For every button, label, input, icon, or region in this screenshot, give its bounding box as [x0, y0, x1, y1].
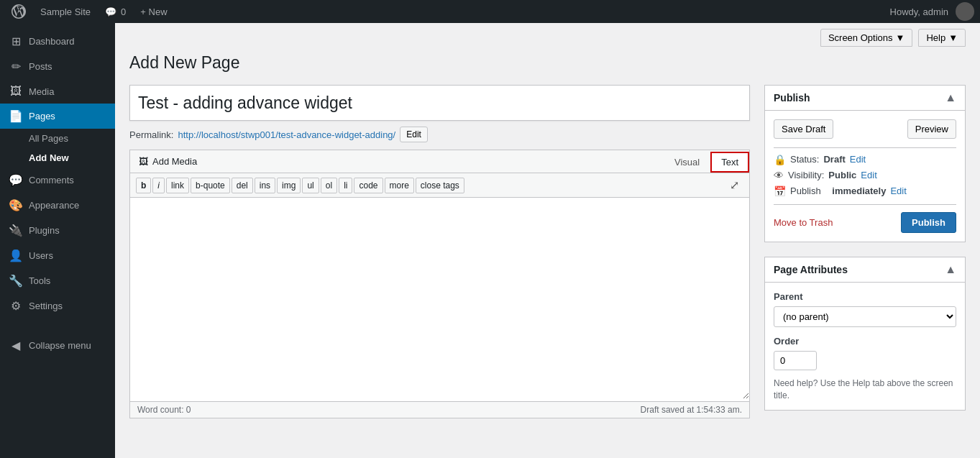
sidebar-subitem-add-new[interactable]: Add New	[0, 148, 115, 168]
content-textarea[interactable]	[130, 198, 749, 399]
adminbar-left: Sample Site 💬 0 + New	[6, 0, 173, 23]
order-input[interactable]	[774, 351, 817, 370]
save-draft-button[interactable]: Save Draft	[774, 119, 833, 139]
publish-box-toggle[interactable]: ▲	[945, 91, 956, 104]
pages-icon: 📄	[9, 109, 23, 123]
status-value: Draft	[823, 154, 845, 165]
sidebar-subitem-all-pages[interactable]: All Pages	[0, 129, 115, 148]
publish-box-inside: Save Draft Preview 🔒 Status: Draft Edit	[765, 111, 965, 242]
visibility-row: 👁 Visibility: Public Edit	[774, 170, 956, 181]
toolbar-li[interactable]: li	[339, 178, 352, 193]
howdy-text: Howdy, admin	[890, 6, 948, 17]
content-wrap: Add New Page Permalink: http://localhost…	[129, 52, 966, 425]
sidebar-item-pages[interactable]: 📄 Pages	[0, 104, 115, 129]
editor-tools-bar: 🖼 Add Media Visual Text	[129, 150, 750, 173]
site-name-item[interactable]: Sample Site	[35, 0, 96, 23]
sidebar-item-dashboard[interactable]: ⊞ Dashboard	[0, 29, 115, 54]
sidebar-collapse-menu[interactable]: ◀ Collapse menu	[0, 333, 115, 358]
top-bar: Screen Options ▼ Help ▼	[129, 23, 966, 52]
help-chevron: ▼	[948, 32, 958, 43]
toolbar-del[interactable]: del	[232, 178, 253, 193]
page-attributes-toggle[interactable]: ▲	[945, 263, 956, 276]
help-button[interactable]: Help ▼	[918, 29, 966, 47]
wp-logo-item[interactable]	[6, 0, 32, 23]
screen-options-button[interactable]: Screen Options ▼	[820, 29, 912, 47]
toolbar-ul[interactable]: ul	[302, 178, 319, 193]
toolbar-close-tags[interactable]: close tags	[416, 178, 464, 193]
post-body-content: Permalink: http://localhost/stwp001/test…	[129, 85, 750, 418]
attributes-help-text: Need help? Use the Help tab above the sc…	[774, 377, 956, 402]
sidebar-collapse-label: Collapse menu	[29, 340, 91, 351]
toolbar-bold[interactable]: b	[136, 178, 151, 193]
permalink-edit-button[interactable]: Edit	[400, 127, 428, 142]
sidebar-item-posts[interactable]: ✏ Posts	[0, 54, 115, 79]
page-attributes-box: Page Attributes ▲ Parent (no parent) Ord…	[764, 257, 966, 411]
tab-text[interactable]: Text	[710, 152, 749, 173]
sidebar-label-pages: Pages	[29, 111, 55, 122]
sidebar-item-users[interactable]: 👤 Users	[0, 243, 115, 268]
sidebar-label-media: Media	[29, 86, 54, 97]
page-attributes-inside: Parent (no parent) Order Need help? Use …	[765, 283, 965, 411]
visibility-edit-link[interactable]: Edit	[861, 170, 876, 180]
publish-box-header[interactable]: Publish ▲	[765, 86, 965, 111]
add-media-label: Add Media	[152, 156, 197, 167]
sidebar-item-media[interactable]: 🖼 Media	[0, 79, 115, 104]
new-content-label: + New	[140, 6, 167, 17]
publish-box: Publish ▲ Save Draft Preview 🔒 St	[764, 85, 966, 242]
toolbar-link[interactable]: link	[166, 178, 189, 193]
editor-container	[129, 197, 750, 402]
post-status-bar: Word count: 0 Draft saved at 1:54:33 am.	[129, 402, 750, 418]
comments-icon: 💬	[105, 6, 116, 17]
status-edit-link[interactable]: Edit	[850, 154, 866, 165]
toolbar-bquote[interactable]: b-quote	[191, 178, 230, 193]
permalink-label: Permalink:	[129, 129, 173, 140]
sidebar-item-settings[interactable]: ⚙ Settings	[0, 293, 115, 319]
collapse-icon: ◀	[9, 339, 23, 352]
status-icon: 🔒	[774, 154, 786, 165]
publish-actions: Save Draft Preview	[774, 119, 956, 139]
comments-item[interactable]: 💬 0	[99, 0, 132, 23]
toolbar-more[interactable]: more	[385, 178, 414, 193]
parent-select[interactable]: (no parent)	[774, 306, 956, 327]
sidebar-label-users: Users	[29, 250, 53, 261]
screen-options-label: Screen Options	[828, 32, 893, 43]
sidebar-label-appearance: Appearance	[29, 200, 79, 211]
calendar-icon: 📅	[774, 186, 786, 197]
sidebar-item-comments[interactable]: 💬 Comments	[0, 168, 115, 193]
toolbar-code[interactable]: code	[354, 178, 383, 193]
appearance-icon: 🎨	[9, 198, 23, 212]
sidebar-item-plugins[interactable]: 🔌 Plugins	[0, 218, 115, 243]
draft-saved-status: Draft saved at 1:54:33 am.	[641, 405, 742, 415]
settings-icon: ⚙	[9, 299, 23, 313]
tab-visual[interactable]: Visual	[664, 152, 710, 173]
admin-avatar[interactable]	[956, 2, 974, 21]
order-label: Order	[774, 336, 956, 347]
publish-footer: Move to Trash Publish	[774, 204, 956, 233]
new-content-item[interactable]: + New	[134, 0, 173, 23]
word-count: Word count: 0	[137, 405, 191, 415]
sidebar-label-dashboard: Dashboard	[29, 36, 75, 47]
status-row: 🔒 Status: Draft Edit	[774, 154, 956, 165]
fullscreen-button[interactable]: ⤢	[725, 177, 743, 193]
post-title-input[interactable]	[129, 85, 750, 121]
screen-options-chevron: ▼	[896, 32, 905, 43]
sidebar-label-settings: Settings	[29, 301, 63, 311]
visibility-label: Visibility:	[788, 170, 824, 180]
sidebar-label-posts: Posts	[29, 61, 52, 72]
toolbar-ins[interactable]: ins	[255, 178, 275, 193]
move-to-trash-link[interactable]: Move to Trash	[774, 217, 833, 228]
toolbar-img[interactable]: img	[277, 178, 301, 193]
permalink-url[interactable]: http://localhost/stwp001/test-advance-wi…	[178, 129, 395, 140]
preview-button[interactable]: Preview	[907, 119, 956, 139]
add-media-button[interactable]: 🖼 Add Media	[130, 150, 206, 173]
title-wrap	[129, 85, 750, 127]
admin-bar: Sample Site 💬 0 + New Howdy, admin	[0, 0, 980, 23]
sidebar-item-appearance[interactable]: 🎨 Appearance	[0, 193, 115, 218]
publish-button[interactable]: Publish	[901, 212, 956, 233]
toolbar-italic[interactable]: i	[152, 178, 165, 193]
sidebar-item-tools[interactable]: 🔧 Tools	[0, 268, 115, 293]
publish-date-edit-link[interactable]: Edit	[890, 186, 906, 196]
permalink-wrap: Permalink: http://localhost/stwp001/test…	[129, 127, 750, 142]
toolbar-ol[interactable]: ol	[321, 178, 337, 193]
page-attributes-header[interactable]: Page Attributes ▲	[765, 257, 965, 283]
